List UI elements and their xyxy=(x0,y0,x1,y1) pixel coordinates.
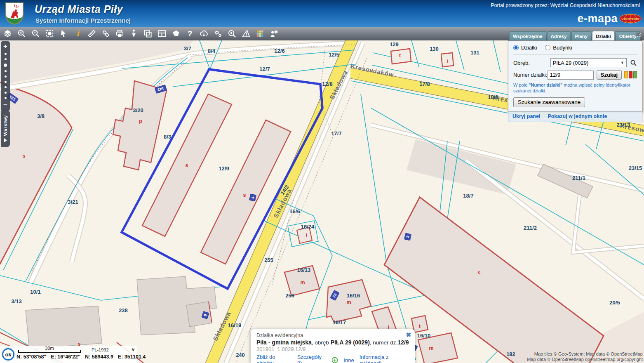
zoom-rail: + − xyxy=(1,41,10,111)
popup-close-icon[interactable]: ✖ xyxy=(406,331,411,339)
coordinates-readout: N: 53°08′58″E: 16°46′22″N: 589443.9E: 35… xyxy=(16,354,150,360)
help-icon[interactable]: ? xyxy=(185,29,195,39)
zoom-level-dot[interactable] xyxy=(5,97,7,99)
search-panel-footer: Ukryj panel Pokazuj w jednym oknie xyxy=(508,111,642,122)
obreb-select[interactable]: PIŁA 29 (0029) ▼ xyxy=(550,58,627,67)
polygon-icon[interactable] xyxy=(171,29,181,39)
chip-green[interactable] xyxy=(633,71,637,78)
radio-dzialki[interactable] xyxy=(513,45,519,50)
hide-panel-link[interactable]: Ukryj panel xyxy=(512,113,540,119)
svg-text:GEO-SYSTEM: GEO-SYSTEM xyxy=(621,17,639,20)
measure-icon[interactable] xyxy=(87,29,96,39)
page-title: Urząd Miasta Piły xyxy=(35,3,123,15)
status-bar: ok 30m PL-1992 ∨ N: 53°08′58″E: 16°46′22… xyxy=(0,346,137,363)
coord-lon: E: 16°46′22″ xyxy=(51,354,80,360)
details-link[interactable]: Szczegóły (I) xyxy=(297,354,327,363)
info-icon[interactable]: i xyxy=(73,29,82,39)
crs-select[interactable]: PL-1992 ∨ xyxy=(92,347,135,352)
zoom-level-dot[interactable] xyxy=(5,86,7,88)
parcel-info-popup: Działka ewidencyjna Piła - gmina miejska… xyxy=(251,329,415,363)
panel-close-icon[interactable]: ✖ xyxy=(635,31,641,38)
tab-adresy[interactable]: Adresy xyxy=(547,31,571,40)
chip-red[interactable] xyxy=(629,71,632,78)
coord-n: N: 589443.9 xyxy=(85,354,113,360)
radio-budynki[interactable] xyxy=(545,45,550,50)
zoom-level-dot-current[interactable] xyxy=(4,64,7,67)
address-badge: 4 xyxy=(249,194,256,201)
numer-dzialki-label: Numer działki: xyxy=(513,72,548,78)
feedback-icon[interactable] xyxy=(269,29,279,39)
geo-system-logo: GEO-SYSTEM xyxy=(619,14,642,24)
zoom-level-dot[interactable] xyxy=(5,81,7,83)
tab-dzialki[interactable]: Działki xyxy=(592,31,614,40)
obreb-label: Obręb: xyxy=(513,60,550,66)
registry-info-link[interactable]: Informacja z ewidencji xyxy=(360,354,409,363)
chevron-down-icon: ▼ xyxy=(620,61,624,65)
layers-tab-label: Warstwy xyxy=(3,115,8,136)
advanced-search-button[interactable]: Szukanie zaawansowane xyxy=(513,97,585,107)
layers-panel-tab[interactable]: Warstwy xyxy=(1,111,10,147)
zoom-out-button[interactable]: − xyxy=(3,102,7,108)
radio-budynki-label[interactable]: Budynki xyxy=(553,45,572,51)
emapa-logo: e-mapa xyxy=(577,12,618,25)
settings-icon[interactable] xyxy=(213,29,223,39)
obreb-search-icon[interactable] xyxy=(630,59,637,66)
attribution-line1: Map tiles © Geo-System; Map data © OpenS… xyxy=(527,351,643,357)
popup-main-line: Piła - gmina miejska, obręb PIŁA 29 (002… xyxy=(256,339,409,346)
pin-icon[interactable] xyxy=(129,29,139,39)
chip-yellow[interactable] xyxy=(624,71,628,78)
coord-e: E: 351101.4 xyxy=(118,354,146,360)
obreb-value: PIŁA 29 (0029) xyxy=(553,60,589,66)
scale-indicator: 30m xyxy=(18,346,81,353)
zoom-level-dot[interactable] xyxy=(5,92,7,94)
zoom-level-dot[interactable] xyxy=(5,70,7,72)
zoom-level-dot[interactable] xyxy=(5,58,7,60)
disclaimer-icon[interactable] xyxy=(241,29,251,39)
layout-icon[interactable] xyxy=(157,29,167,39)
ok-button[interactable]: ok xyxy=(2,348,14,361)
szukaj-button[interactable]: Szukaj xyxy=(597,70,622,80)
single-window-link[interactable]: Pokazuj w jednym oknie xyxy=(548,113,607,119)
legend-icon[interactable] xyxy=(255,29,265,39)
pointer-icon[interactable] xyxy=(59,29,68,39)
radio-dzialki-label[interactable]: Działki xyxy=(521,45,537,51)
expand-arrow-icon xyxy=(4,138,7,142)
numer-dzialki-input[interactable] xyxy=(548,71,594,80)
zoom-in-icon[interactable] xyxy=(16,29,26,39)
search-panel-body: Działki Budynki Obręb: PIŁA 29 (0029) ▼ … xyxy=(508,40,642,111)
zoom-level-dots xyxy=(4,53,7,99)
cloud-download-icon[interactable] xyxy=(199,29,209,39)
zoom-level-dot[interactable] xyxy=(5,53,7,55)
address-badge: 3 xyxy=(404,233,411,240)
crs-value: PL-1992 xyxy=(92,347,109,352)
attribution-line2[interactable]: Map data © OpenStreetMap openstreetmap.o… xyxy=(527,357,643,362)
zoom-out-icon[interactable] xyxy=(31,29,40,39)
zoom-in-button[interactable]: + xyxy=(3,43,7,50)
other-link[interactable]: Inne xyxy=(343,357,354,363)
pila-coat-of-arms xyxy=(5,2,24,25)
app-header: Urząd Miasta Piły System Informacji Prze… xyxy=(0,0,644,27)
result-color-chips xyxy=(624,71,637,78)
preview-icon[interactable] xyxy=(227,29,237,39)
search-panel: Współrzędne Adresy Plany Działki Obiekty… xyxy=(508,30,642,122)
link-icon[interactable] xyxy=(101,29,110,39)
svg-text:i: i xyxy=(76,29,80,38)
add-circle-icon[interactable] xyxy=(331,357,338,363)
parcel-identifier: 301901_1.0029.12/9 xyxy=(256,346,409,352)
zoom-to-object-link[interactable]: Zbliż do obiektu xyxy=(256,354,292,363)
tab-plany[interactable]: Plany xyxy=(571,31,592,40)
copy-window-icon[interactable] xyxy=(143,29,153,39)
tab-wspolrzedne[interactable]: Współrzędne xyxy=(509,31,546,40)
layers-icon[interactable] xyxy=(2,29,12,39)
select-area-icon[interactable] xyxy=(45,29,54,39)
print-icon[interactable] xyxy=(115,29,125,39)
search-hint: W pole "Numer działki" można wpisać pełn… xyxy=(513,82,637,94)
page-subtitle: System Informacji Przestrzennej xyxy=(35,17,131,24)
svg-text:?: ? xyxy=(187,29,192,38)
chevron-down-icon: ∨ xyxy=(132,347,135,352)
popup-title: Działka ewidencyjna xyxy=(256,332,409,338)
coord-lat: N: 53°08′58″ xyxy=(16,354,46,360)
portal-note: Portal prowadzony przez: Wydział Gospoda… xyxy=(491,2,640,8)
map-attribution: Map tiles © Geo-System; Map data © OpenS… xyxy=(527,351,643,362)
zoom-level-dot[interactable] xyxy=(5,75,7,78)
